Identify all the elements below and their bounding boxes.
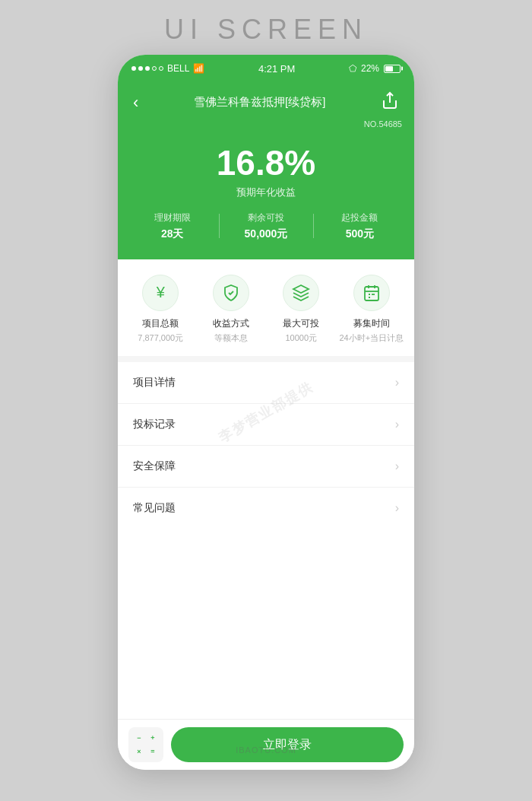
menu-item-label-2: 安全保障 xyxy=(133,459,176,473)
stat-min-label: 起投金额 xyxy=(313,211,407,224)
bottom-bar: − + × = 立即登录 xyxy=(118,719,414,770)
menu-item-security[interactable]: 安全保障 › xyxy=(118,446,414,488)
max-desc: 10000元 xyxy=(285,332,317,344)
carrier-label: BELL xyxy=(167,63,189,74)
stat-period-value: 28天 xyxy=(125,227,219,241)
yen-icon: ¥ xyxy=(157,284,165,301)
dot-5 xyxy=(159,66,163,71)
back-button[interactable]: ‹ xyxy=(130,90,141,116)
menu-item-bids[interactable]: 投标记录 › xyxy=(118,404,414,446)
chevron-icon-0: › xyxy=(395,376,399,389)
battery-pct: 22% xyxy=(361,63,379,74)
share-button[interactable] xyxy=(378,88,402,116)
dot-2 xyxy=(138,66,143,71)
ui-screen-label: UI SCREEN xyxy=(164,14,368,46)
calc-multiply: × xyxy=(133,745,145,758)
yield-desc: 等额本息 xyxy=(214,332,248,344)
stat-remaining-value: 50,000元 xyxy=(219,227,312,241)
menu-item-label-0: 项目详情 xyxy=(133,376,176,389)
content-area: ¥ 项目总额 7,877,000元 收益方式 等额本息 xyxy=(118,259,414,719)
menu-list: 项目详情 › 投标记录 › 安全保障 › 常见问题 › xyxy=(118,362,414,719)
status-time: 4:21 PM xyxy=(258,63,295,75)
battery-fill xyxy=(385,66,393,72)
total-desc: 7,877,000元 xyxy=(138,332,183,344)
time-icon-circle xyxy=(353,275,390,311)
status-left: BELL 📶 xyxy=(131,63,204,74)
time-desc: 24小时+当日计息 xyxy=(339,332,404,344)
battery-icon xyxy=(384,65,401,73)
icon-item-max: 最大可投 10000元 xyxy=(266,275,337,344)
svg-marker-0 xyxy=(293,285,309,293)
dot-3 xyxy=(145,66,150,71)
signal-dots xyxy=(131,66,163,71)
chevron-icon-3: › xyxy=(395,501,399,515)
status-bar: BELL 📶 4:21 PM ⬠ 22% xyxy=(118,55,414,82)
hero-stats: 理财期限 28天 剩余可投 50,000元 起投金额 500元 xyxy=(118,211,414,241)
calc-plus: + xyxy=(147,732,159,744)
rate-label: 预期年化收益 xyxy=(118,186,414,199)
dot-1 xyxy=(131,66,136,71)
header: ‹ 雪佛兰科鲁兹抵押[续贷标] NO.54685 xyxy=(118,82,414,136)
yield-label: 收益方式 xyxy=(213,317,249,330)
stat-period: 理财期限 28天 xyxy=(125,211,219,241)
calculator-button[interactable]: − + × = xyxy=(128,727,163,762)
phone-frame: BELL 📶 4:21 PM ⬠ 22% ‹ 雪佛兰科鲁兹抵押[续贷标] NO.… xyxy=(118,55,414,770)
calc-equals: = xyxy=(147,745,159,758)
page-title: 雪佛兰科鲁兹抵押[续贷标] xyxy=(141,95,378,110)
svg-rect-1 xyxy=(365,287,378,300)
stat-min: 起投金额 500元 xyxy=(313,211,407,241)
stat-remaining: 剩余可投 50,000元 xyxy=(219,211,312,241)
time-label: 募集时间 xyxy=(353,317,390,330)
yield-icon-circle xyxy=(213,275,249,311)
menu-item-project-detail[interactable]: 项目详情 › xyxy=(118,362,414,404)
icon-item-total: ¥ 项目总额 7,877,000元 xyxy=(125,275,196,344)
stat-min-value: 500元 xyxy=(313,227,407,241)
icon-item-time: 募集时间 24小时+当日计息 xyxy=(337,275,407,344)
menu-item-faq[interactable]: 常见问题 › xyxy=(118,488,414,529)
total-icon-circle: ¥ xyxy=(142,275,179,311)
stat-remaining-label: 剩余可投 xyxy=(219,211,312,224)
menu-item-label-3: 常见问题 xyxy=(133,501,176,515)
max-icon-circle xyxy=(283,275,319,311)
stat-period-label: 理财期限 xyxy=(125,211,219,224)
icon-item-yield: 收益方式 等额本息 xyxy=(196,275,267,344)
header-nav: ‹ 雪佛兰科鲁兹抵押[续贷标] xyxy=(130,88,402,116)
icons-row: ¥ 项目总额 7,877,000元 收益方式 等额本息 xyxy=(118,259,414,356)
login-button[interactable]: 立即登录 xyxy=(171,727,404,762)
dot-4 xyxy=(152,66,157,71)
total-label: 项目总额 xyxy=(142,317,179,330)
project-no: NO.54685 xyxy=(130,119,402,129)
rate-number: 16.8% xyxy=(118,144,414,183)
status-right: ⬠ 22% xyxy=(349,63,401,74)
bluetooth-icon: ⬠ xyxy=(349,63,356,74)
chevron-icon-2: › xyxy=(395,459,399,473)
chevron-icon-1: › xyxy=(395,418,399,431)
calc-minus: − xyxy=(133,732,145,744)
hero-section: 16.8% 预期年化收益 理财期限 28天 剩余可投 50,000元 起投金额 … xyxy=(118,136,414,259)
max-label: 最大可投 xyxy=(283,317,319,330)
wifi-icon: 📶 xyxy=(193,63,204,74)
menu-item-label-1: 投标记录 xyxy=(133,418,176,431)
